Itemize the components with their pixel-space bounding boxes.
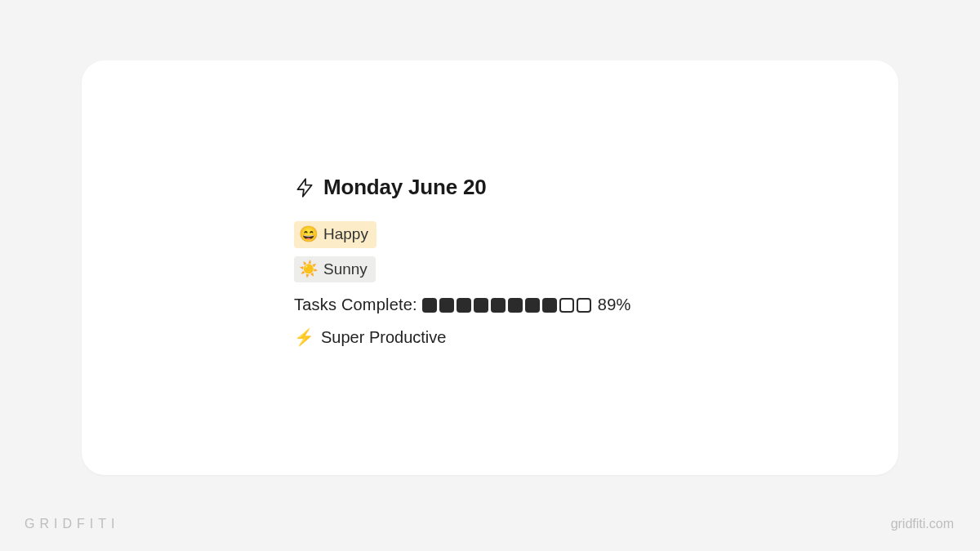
weather-label: Sunny	[323, 259, 368, 281]
page-title: Monday June 20	[323, 175, 486, 200]
watermark-brand: GRIDFITI	[24, 517, 119, 531]
bolt-emoji-icon: ⚡	[294, 327, 314, 347]
productivity-label: Super Productive	[321, 328, 446, 347]
progress-block-filled	[525, 298, 540, 313]
tags-group: 😄 Happy ☀️ Sunny	[294, 221, 630, 282]
smile-icon: 😄	[299, 224, 318, 246]
weather-tag[interactable]: ☀️ Sunny	[294, 256, 376, 283]
productivity-line: ⚡ Super Productive	[294, 327, 630, 347]
watermark-url: gridfiti.com	[891, 517, 954, 531]
mood-label: Happy	[323, 224, 368, 246]
mood-tag[interactable]: 😄 Happy	[294, 221, 376, 248]
progress-block-filled	[508, 298, 523, 313]
progress-block-filled	[491, 298, 506, 313]
progress-block-filled	[474, 298, 488, 313]
progress-block-filled	[457, 298, 471, 313]
tasks-percent: 89%	[598, 295, 631, 314]
title-row: Monday June 20	[294, 175, 630, 200]
journal-content: Monday June 20 😄 Happy ☀️ Sunny Tasks Co…	[294, 175, 630, 347]
progress-blocks	[422, 298, 591, 313]
tasks-label: Tasks Complete:	[294, 295, 417, 314]
sun-icon: ☀️	[299, 259, 318, 281]
tasks-progress: Tasks Complete: 89%	[294, 295, 630, 314]
progress-block-filled	[542, 298, 557, 313]
progress-block-empty	[577, 298, 591, 313]
progress-block-filled	[439, 298, 454, 313]
lightning-icon	[294, 177, 315, 198]
progress-block-filled	[422, 298, 437, 313]
progress-block-empty	[559, 298, 574, 313]
daily-journal-card: Monday June 20 😄 Happy ☀️ Sunny Tasks Co…	[82, 60, 898, 475]
